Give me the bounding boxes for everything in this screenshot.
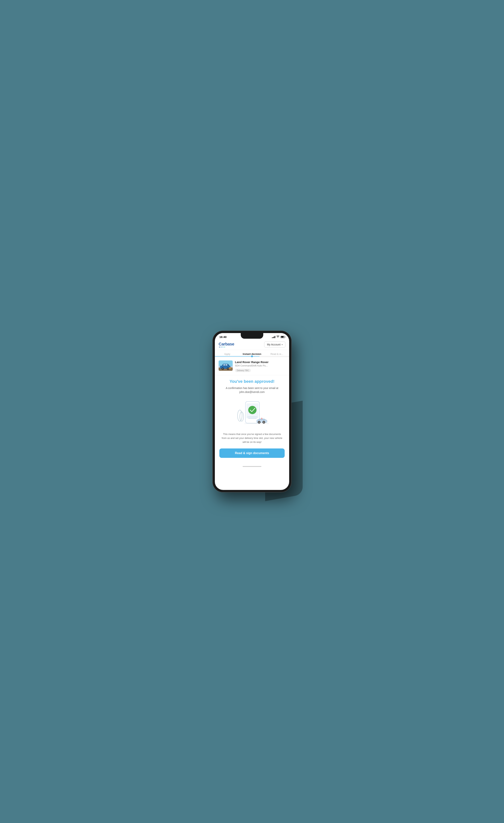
my-account-button[interactable]: My Account ▾ (264, 341, 286, 347)
car-details: Land Rover Range Rover SD4 CommandShift … (235, 360, 286, 372)
progress-tabs: Apply Instant decision Read & si... (215, 350, 289, 357)
status-time: 16:40 (219, 335, 226, 338)
main-content: You've been approved! A confirmation has… (215, 375, 289, 465)
my-account-label: My Account (267, 343, 281, 346)
scrollable-content: Apply Instant decision Read & si... (215, 350, 289, 490)
delivery-badge: Delivery TBC (235, 369, 251, 372)
notch (241, 333, 263, 339)
logo-dot-4 (224, 347, 225, 347)
svg-rect-17 (247, 417, 258, 417)
svg-rect-18 (248, 418, 257, 419)
car-name: Land Rover Range Rover (235, 360, 286, 364)
signal-icon (272, 336, 275, 338)
read-sign-button[interactable]: Read & sign documents (219, 449, 285, 458)
svg-rect-4 (223, 364, 225, 365)
svg-point-13 (240, 412, 243, 421)
app-header: Carbase My Account ▾ (215, 340, 289, 350)
battery-icon (281, 336, 285, 338)
logo-dot-3 (222, 347, 223, 347)
phone-shell: 16:40 (213, 331, 291, 492)
car-card: Land Rover Range Rover SD4 CommandShift … (215, 357, 289, 375)
approved-title: You've been approved! (219, 379, 285, 384)
car-image (218, 360, 233, 371)
logo-dot-1 (219, 347, 220, 347)
svg-point-16 (248, 406, 257, 414)
svg-point-7 (222, 368, 223, 369)
logo-text: Carbase (218, 342, 234, 347)
chevron-down-icon: ▾ (282, 344, 283, 346)
approved-subtitle: A confirmation has been sent to your ema… (219, 386, 285, 394)
tab-active-line (215, 356, 260, 356)
below-text: This means that once you've signed a few… (219, 432, 285, 444)
car-spec: SD4 CommandShift Auto Pu... (235, 364, 286, 367)
wifi-icon (277, 335, 280, 338)
logo-dots (218, 347, 234, 347)
logo-dot-2 (221, 347, 222, 347)
svg-point-11 (230, 367, 231, 368)
home-indicator (242, 466, 262, 467)
svg-rect-5 (225, 364, 227, 365)
svg-point-9 (227, 368, 228, 369)
svg-point-21 (259, 422, 260, 423)
logo: Carbase (218, 342, 234, 347)
svg-point-24 (261, 418, 262, 420)
approval-illustration (233, 398, 271, 429)
phone-screen: 16:40 (215, 333, 289, 490)
svg-point-23 (263, 422, 265, 423)
status-icons (272, 335, 285, 338)
